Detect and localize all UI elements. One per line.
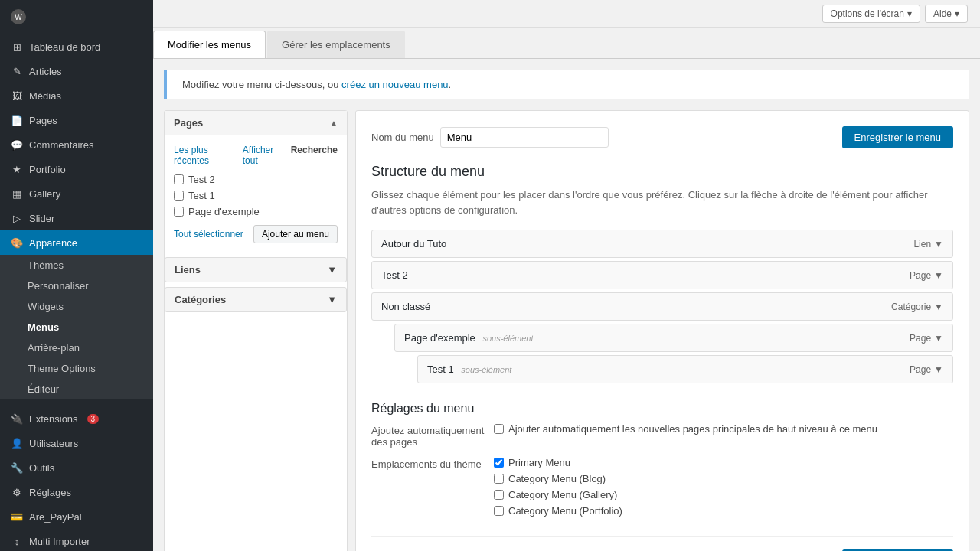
chevron-down-icon-item3[interactable]: ▼ <box>934 333 943 344</box>
menu-name-group: Nom du menu <box>371 127 609 148</box>
location-primary-text: Primary Menu <box>508 457 570 468</box>
chevron-down-icon-item4[interactable]: ▼ <box>934 364 943 375</box>
sidebar-sub-menus[interactable]: Menus <box>0 317 153 337</box>
tools-icon: 🔧 <box>11 461 23 474</box>
sidebar-item-portfolio[interactable]: ★ Portfolio <box>0 157 153 181</box>
sidebar-sub-widgets[interactable]: Widgets <box>0 296 153 317</box>
checkbox-test2[interactable] <box>174 174 184 184</box>
sidebar-item-label: Médias <box>29 90 61 102</box>
sidebar-item-label: Réglages <box>29 487 71 498</box>
liens-panel: Liens ▼ <box>165 257 347 282</box>
location-gallery-checkbox[interactable] <box>494 490 504 500</box>
location-blog-label[interactable]: Category Menu (Blog) <box>494 473 953 484</box>
sidebar-sub-themes[interactable]: Thèmes <box>0 255 153 276</box>
menu-item-test1-sub-type: Page ▼ <box>910 364 943 375</box>
sidebar-item-commentaires[interactable]: 💬 Commentaires <box>0 132 153 157</box>
users-icon: 👤 <box>11 437 23 449</box>
pages-items: Test 2 Test 1 Page d'exemple <box>174 174 338 217</box>
sidebar-sub-editeur[interactable]: Éditeur <box>0 379 153 399</box>
menu-item-test1-sub: Test 1 sous-élément Page ▼ <box>417 355 953 383</box>
menu-item-non-classe-label: Non classé <box>381 301 430 312</box>
menu-name-input[interactable] <box>440 127 609 148</box>
tab-gerer[interactable]: Gérer les emplacements <box>267 31 405 58</box>
tab-modifier[interactable]: Modifier les menus <box>153 31 266 58</box>
sidebar-item-are-paypal[interactable]: 💳 Are_PayPal <box>0 504 153 529</box>
sidebar-item-pages[interactable]: 📄 Pages <box>0 108 153 132</box>
sidebar-item-outils[interactable]: 🔧 Outils <box>0 455 153 480</box>
tab-recherche[interactable]: Recherche <box>291 145 338 166</box>
auto-add-row: Ajoutez automatiquement des pages Ajoute… <box>371 423 953 448</box>
auto-add-checkbox[interactable] <box>494 424 504 434</box>
save-menu-button-top[interactable]: Enregistrer le menu <box>842 126 953 148</box>
structure-desc: Glissez chaque élément pour les placer d… <box>371 187 953 217</box>
location-primary-checkbox[interactable] <box>494 458 504 468</box>
media-icon: 🖼 <box>11 90 23 102</box>
chevron-down-icon-item0[interactable]: ▼ <box>934 239 943 249</box>
location-gallery-label[interactable]: Category Menu (Gallery) <box>494 489 953 500</box>
apparence-icon: 🎨 <box>11 236 23 249</box>
theme-locations-row: Emplacements du thème Primary Menu Categ… <box>371 457 953 521</box>
sidebar-item-medias[interactable]: 🖼 Médias <box>0 83 153 108</box>
sidebar-item-slider[interactable]: ▷ Slider <box>0 206 153 230</box>
pages-icon: 📄 <box>11 114 23 126</box>
pages-panel-header[interactable]: Pages ▲ <box>165 111 347 135</box>
liens-panel-header[interactable]: Liens ▼ <box>165 257 347 282</box>
sidebar-item-reglages[interactable]: ⚙ Réglages <box>0 480 153 504</box>
sidebar-item-label: Articles <box>29 66 62 77</box>
menu-item-page-exemple-label: Page d'exemple sous-élément <box>404 332 534 344</box>
select-all-link[interactable]: Tout sélectionner <box>174 229 243 240</box>
sidebar-item-extensions[interactable]: 🔌 Extensions 3 <box>0 406 153 431</box>
sidebar-item-label: Are_PayPal <box>29 511 82 523</box>
tab-afficher-tout[interactable]: Afficher tout <box>243 145 286 166</box>
sidebar-item-apparence[interactable]: 🎨 Apparence <box>0 230 153 255</box>
sidebar-item-tableau-de-bord[interactable]: ⊞ Tableau de bord <box>0 34 153 59</box>
sidebar-item-label: Portfolio <box>29 164 66 175</box>
menu-item-autour-type: Lien ▼ <box>913 239 943 249</box>
sidebar-logo: W <box>0 0 153 34</box>
sidebar-sub-arriere-plan[interactable]: Arrière-plan <box>0 337 153 358</box>
location-portfolio-label[interactable]: Category Menu (Portfolio) <box>494 505 953 517</box>
chevron-down-icon-2: ▾ <box>955 8 959 19</box>
tab-recentes[interactable]: Les plus récentes <box>174 145 238 166</box>
screen-options-button[interactable]: Options de l'écran ▾ <box>822 5 920 23</box>
categories-panel: Catégories ▼ <box>165 287 347 312</box>
sidebar-item-articles[interactable]: ✎ Articles <box>0 59 153 83</box>
menu-name-row: Nom du menu Enregistrer le menu <box>371 126 953 148</box>
page-item-exemple[interactable]: Page d'exemple <box>174 206 338 217</box>
chevron-up-icon: ▲ <box>330 119 338 127</box>
page-item-test2[interactable]: Test 2 <box>174 174 338 185</box>
sidebar-sub-theme-options[interactable]: Theme Options <box>0 358 153 379</box>
chevron-down-icon-item2[interactable]: ▼ <box>934 302 943 312</box>
checkbox-test1[interactable] <box>174 191 184 201</box>
page-item-test1[interactable]: Test 1 <box>174 190 338 201</box>
sidebar-item-label: Commentaires <box>29 139 94 151</box>
topbar: Options de l'écran ▾ Aide ▾ <box>153 0 980 28</box>
categories-panel-title: Catégories <box>175 294 226 305</box>
menu-item-test1-sub-element: sous-élément <box>461 365 511 374</box>
comments-icon: 💬 <box>11 139 23 151</box>
page-item-label: Test 1 <box>188 190 215 201</box>
sidebar-item-gallery[interactable]: ▦ Gallery <box>0 181 153 206</box>
sidebar-sub-personnaliser[interactable]: Personnaliser <box>0 276 153 296</box>
auto-add-checkbox-label[interactable]: Ajouter automatiquement les nouvelles pa… <box>494 423 953 435</box>
sidebar-item-utilisateurs[interactable]: 👤 Utilisateurs <box>0 431 153 455</box>
slider-icon: ▷ <box>11 212 23 224</box>
help-button[interactable]: Aide ▾ <box>925 5 968 23</box>
sidebar-divider <box>0 403 153 403</box>
sidebar-item-multi-importer[interactable]: ↕ Multi Importer <box>0 529 153 551</box>
location-primary-label[interactable]: Primary Menu <box>494 457 953 468</box>
menu-item-non-classe: Non classé Catégorie ▼ <box>371 292 953 321</box>
settings-icon: ⚙ <box>11 486 23 498</box>
location-blog-checkbox[interactable] <box>494 474 504 484</box>
chevron-down-icon: ▾ <box>907 8 912 19</box>
chevron-down-icon-item1[interactable]: ▼ <box>934 270 943 281</box>
menu-item-autour-type-label: Lien <box>913 239 931 249</box>
create-menu-link[interactable]: créez un nouveau menu <box>341 79 448 90</box>
checkbox-exemple[interactable] <box>174 207 184 217</box>
auto-add-checkbox-text: Ajouter automatiquement les nouvelles pa… <box>508 423 877 435</box>
categories-panel-header[interactable]: Catégories ▼ <box>165 287 347 312</box>
theme-locations-content: Primary Menu Category Menu (Blog) Catego… <box>494 457 953 521</box>
location-portfolio-checkbox[interactable] <box>494 506 504 516</box>
add-to-menu-button[interactable]: Ajouter au menu <box>253 225 338 243</box>
bottom-save-row: Supprimer le menu Enregistrer le menu <box>371 536 953 551</box>
